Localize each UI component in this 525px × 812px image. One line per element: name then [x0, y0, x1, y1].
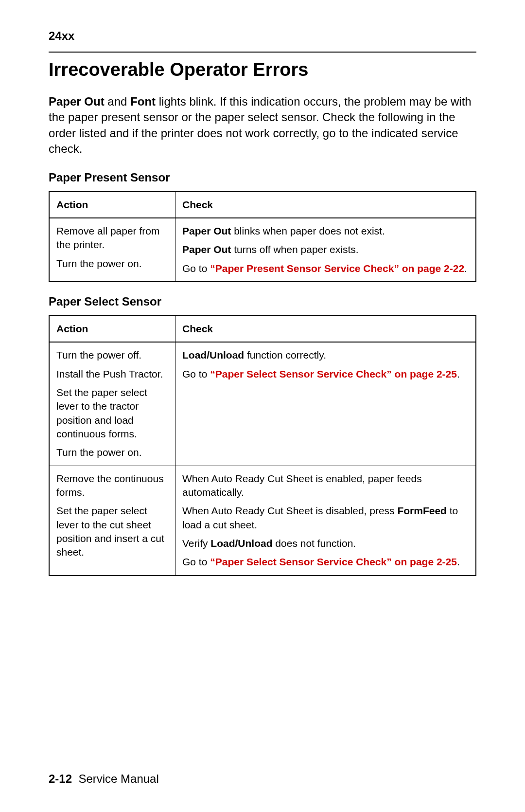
cross-reference-link[interactable]: “Paper Select Sensor Service Check” on p… [210, 556, 457, 567]
cross-reference-link[interactable]: “Paper Select Sensor Service Check” on p… [210, 368, 457, 379]
table-header-row: Action Check [49, 192, 476, 218]
table2-heading: Paper Select Sensor [49, 295, 476, 308]
footer-label: Service Manual [78, 772, 158, 785]
action-text: Turn the power off. [56, 348, 168, 362]
footer: 2-12 Service Manual [49, 772, 159, 786]
check-rest: function correctly. [244, 349, 326, 361]
check-post: does not function. [273, 538, 356, 549]
check-text: Verify Load/Unload does not function. [182, 537, 469, 550]
action-text: Turn the power on. [56, 446, 168, 459]
table-row: Remove all paper from the printer. Turn … [49, 218, 476, 282]
goto-pre: Go to [182, 556, 210, 567]
check-bold: Paper Out [182, 244, 231, 255]
cell-check: Paper Out blinks when paper does not exi… [175, 218, 476, 282]
col-check: Check [175, 192, 476, 218]
check-text: When Auto Ready Cut Sheet is enabled, pa… [182, 472, 469, 500]
table-header-row: Action Check [49, 316, 476, 342]
action-text: Set the paper select lever to the tracto… [56, 386, 168, 441]
col-action: Action [49, 316, 175, 342]
check-text: Paper Out turns off when paper exists. [182, 243, 469, 256]
cell-check: When Auto Ready Cut Sheet is enabled, pa… [175, 466, 476, 576]
check-text: Load/Unload function correctly. [182, 348, 469, 362]
check-text: Go to “Paper Select Sensor Service Check… [182, 367, 469, 381]
col-action: Action [49, 192, 175, 218]
check-pre: When Auto Ready Cut Sheet is disabled, p… [182, 505, 397, 516]
cell-action: Turn the power off. Install the Push Tra… [49, 342, 175, 466]
goto-post: . [464, 263, 467, 274]
table-row: Remove the continuous forms. Set the pap… [49, 466, 476, 576]
cell-action: Remove the continuous forms. Set the pap… [49, 466, 175, 576]
goto-post: . [457, 556, 460, 567]
cell-check: Load/Unload function correctly. Go to “P… [175, 342, 476, 466]
action-text: Turn the power on. [56, 257, 168, 271]
model-label: 24xx [49, 29, 476, 43]
check-text: Go to “Paper Select Sensor Service Check… [182, 555, 469, 569]
cell-action: Remove all paper from the printer. Turn … [49, 218, 175, 282]
table-row: Turn the power off. Install the Push Tra… [49, 342, 476, 466]
table1-heading: Paper Present Sensor [49, 171, 476, 184]
check-bold: Paper Out [182, 225, 231, 236]
action-text: Remove the continuous forms. [56, 472, 168, 500]
goto-pre: Go to [182, 263, 210, 274]
action-text: Install the Push Tractor. [56, 367, 168, 381]
cross-reference-link[interactable]: “Paper Present Sensor Service Check” on … [210, 263, 464, 274]
paper-present-sensor-table: Action Check Remove all paper from the p… [49, 191, 476, 282]
check-text: When Auto Ready Cut Sheet is disabled, p… [182, 504, 469, 532]
check-text: Go to “Paper Present Sensor Service Chec… [182, 262, 469, 275]
check-text: Paper Out blinks when paper does not exi… [182, 224, 469, 238]
check-bold: Load/Unload [210, 538, 272, 549]
action-text: Set the paper select lever to the cut sh… [56, 504, 168, 559]
check-pre: Verify [182, 538, 210, 549]
col-check: Check [175, 316, 476, 342]
paper-select-sensor-table: Action Check Turn the power off. Install… [49, 315, 476, 576]
page-number: 2-12 [49, 772, 72, 785]
page: 24xx Irrecoverable Operator Errors Paper… [0, 0, 525, 812]
goto-post: . [457, 368, 460, 379]
check-rest: blinks when paper does not exist. [231, 225, 385, 236]
intro-mid: and [105, 95, 130, 108]
check-rest: turns off when paper exists. [231, 244, 358, 255]
section-title: Irrecoverable Operator Errors [49, 59, 476, 80]
divider [49, 52, 476, 53]
check-bold: FormFeed [397, 505, 447, 516]
goto-pre: Go to [182, 368, 210, 379]
check-bold: Load/Unload [182, 349, 244, 361]
intro-bold-1: Paper Out [49, 95, 105, 108]
intro-bold-2: Font [130, 95, 156, 108]
action-text: Remove all paper from the printer. [56, 224, 168, 252]
intro-paragraph: Paper Out and Font lights blink. If this… [49, 94, 476, 157]
